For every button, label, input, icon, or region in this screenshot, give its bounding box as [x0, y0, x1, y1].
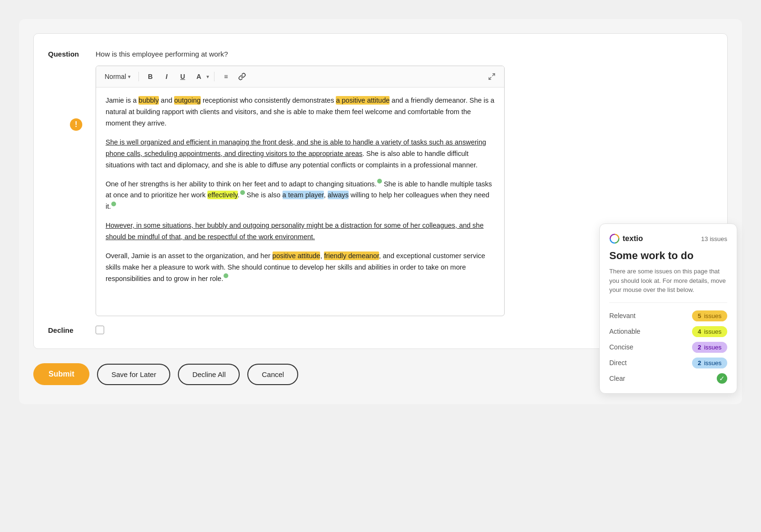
actionable-issues-text: issues	[704, 328, 722, 335]
concise-issues-text: issues	[704, 344, 722, 351]
highlight-effectively: effectively	[207, 191, 237, 199]
svg-line-0	[492, 74, 495, 76]
highlight-positive-attitude-2: positive attitude	[273, 251, 321, 260]
textio-description: There are some issues on this page that …	[609, 267, 727, 295]
actionable-badge: 4 issues	[692, 326, 727, 337]
concise-count: 2	[698, 344, 701, 351]
green-dot-1	[377, 179, 382, 184]
svg-line-1	[489, 77, 491, 79]
issues-count: 13 issues	[701, 235, 727, 242]
question-row: Question How is this employee performing…	[48, 48, 713, 58]
direct-count: 2	[698, 359, 701, 367]
direct-label: Direct	[609, 359, 627, 367]
concise-label: Concise	[609, 343, 634, 351]
relevant-label: Relevant	[609, 312, 635, 319]
textio-logo-text: textio	[623, 234, 643, 243]
expand-button[interactable]	[485, 70, 498, 83]
highlight-bubbly: bubbly	[138, 96, 159, 105]
relevant-count: 5	[698, 312, 701, 319]
issue-row-concise[interactable]: Concise 2 issues	[609, 342, 727, 353]
cancel-button[interactable]: Cancel	[247, 364, 298, 385]
textio-logo: textio	[609, 233, 643, 244]
textio-header: textio 13 issues	[609, 233, 727, 244]
issue-row-direct[interactable]: Direct 2 issues	[609, 358, 727, 368]
textio-divider	[609, 302, 727, 303]
relevant-badge: 5 issues	[692, 310, 727, 321]
save-for-later-button[interactable]: Save for Later	[97, 364, 170, 385]
direct-issues-text: issues	[704, 359, 722, 367]
decline-all-button[interactable]: Decline All	[178, 364, 240, 385]
editor-toolbar: Normal ▾ B I U A ▾ ≡	[96, 66, 504, 87]
textio-title: Some work to do	[609, 250, 727, 262]
link-button[interactable]	[235, 70, 249, 83]
italic-button[interactable]: I	[160, 70, 173, 83]
bold-button[interactable]: B	[144, 70, 157, 83]
underlined-para-4: However, in some situations, her bubbly …	[106, 222, 484, 241]
issue-row-actionable[interactable]: Actionable 4 issues	[609, 326, 727, 337]
clear-label: Clear	[609, 375, 625, 382]
green-dot-3	[111, 202, 116, 206]
decline-checkbox[interactable]	[96, 326, 104, 334]
editor-container: Normal ▾ B I U A ▾ ≡	[96, 66, 505, 316]
highlight-positive-attitude-1: a positive attitude	[336, 96, 390, 105]
toolbar-divider-2	[214, 72, 215, 81]
question-label: Question	[48, 48, 96, 58]
actionable-label: Actionable	[609, 328, 640, 335]
style-chevron-icon: ▾	[128, 74, 131, 80]
concise-badge: 2 issues	[692, 342, 727, 353]
highlight-team-player: a team player	[283, 191, 324, 199]
underlined-para-2: She is well organized and efficient in m…	[106, 138, 486, 157]
clear-row: Clear ✓	[609, 373, 727, 384]
font-color-chevron-icon: ▾	[206, 74, 209, 80]
toolbar-divider-1	[138, 72, 139, 81]
actionable-count: 4	[698, 328, 701, 335]
style-select[interactable]: Normal ▾	[102, 72, 134, 81]
submit-button[interactable]: Submit	[33, 363, 89, 385]
decline-label: Decline	[48, 326, 96, 334]
editor-content[interactable]: Jamie is a bubbly and outgoing reception…	[96, 87, 504, 316]
font-color-button[interactable]: A	[192, 70, 205, 83]
page-wrapper: ! Question How is this employee performi…	[19, 19, 742, 404]
direct-badge: 2 issues	[692, 358, 727, 368]
underline-button[interactable]: U	[176, 70, 189, 83]
highlight-always: always	[328, 191, 349, 199]
textio-panel: textio 13 issues Some work to do There a…	[599, 223, 737, 394]
highlight-friendly-demeanor: friendly demeanor	[324, 251, 379, 260]
green-dot-4	[224, 273, 228, 278]
issue-row-relevant[interactable]: Relevant 5 issues	[609, 310, 727, 321]
green-dot-2	[240, 190, 245, 195]
style-label: Normal	[105, 73, 126, 80]
list-button[interactable]: ≡	[219, 70, 233, 83]
question-text: How is this employee performing at work?	[96, 48, 228, 58]
relevant-issues-text: issues	[704, 312, 722, 319]
clear-check-icon: ✓	[717, 373, 727, 384]
textio-logo-icon	[609, 233, 620, 244]
warning-icon: !	[70, 118, 82, 131]
highlight-outgoing: outgoing	[174, 96, 201, 105]
